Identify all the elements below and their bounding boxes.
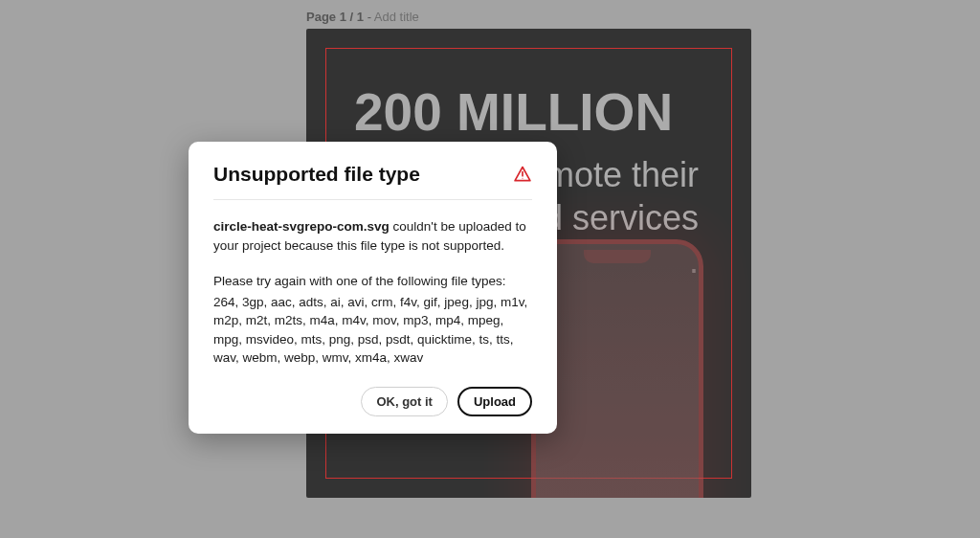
dialog-title: Unsupported file type — [213, 163, 420, 186]
dialog-message: circle-heat-svgrepo-com.svg couldn't be … — [213, 217, 532, 255]
dialog-header: Unsupported file type — [213, 163, 532, 200]
dialog-filename: circle-heat-svgrepo-com.svg — [213, 219, 390, 234]
ok-button[interactable]: OK, got it — [361, 387, 448, 416]
dialog-types-intro: Please try again with one of the followi… — [213, 272, 532, 291]
warning-icon — [513, 165, 532, 184]
dialog-types-list: 264, 3gp, aac, adts, ai, avi, crm, f4v, … — [213, 293, 532, 368]
svg-point-1 — [523, 178, 523, 179]
dialog-footer: OK, got it Upload — [213, 387, 532, 416]
dialog-body: circle-heat-svgrepo-com.svg couldn't be … — [213, 200, 532, 368]
upload-button[interactable]: Upload — [457, 387, 532, 416]
unsupported-file-dialog: Unsupported file type circle-heat-svgrep… — [189, 142, 557, 434]
